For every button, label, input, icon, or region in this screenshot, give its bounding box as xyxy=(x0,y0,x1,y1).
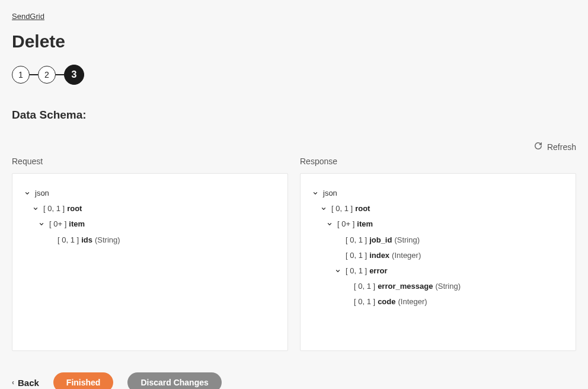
cardinality: [ 0, 1 ] xyxy=(57,235,79,245)
field-type: (String) xyxy=(394,235,420,245)
response-tree-node[interactable]: [ 0, 1 ] root xyxy=(311,201,565,216)
refresh-button[interactable]: Refresh xyxy=(534,142,576,152)
cardinality: [ 0+ ] xyxy=(337,219,354,229)
request-label: Request xyxy=(12,157,288,166)
chevron-left-icon: ‹ xyxy=(12,378,14,387)
chevron-down-icon[interactable] xyxy=(31,205,40,213)
refresh-icon xyxy=(534,142,542,152)
field-type: (Integer) xyxy=(398,296,427,307)
back-label: Back xyxy=(18,378,39,388)
response-tree-root[interactable]: json xyxy=(311,186,565,201)
field-name: ids xyxy=(81,235,92,245)
finished-button[interactable]: Finished xyxy=(53,372,114,389)
request-tree-root[interactable]: json xyxy=(23,186,277,201)
back-button[interactable]: ‹ Back xyxy=(12,378,39,388)
field-type: (String) xyxy=(435,281,461,292)
field-name: error xyxy=(369,266,387,276)
request-tree-node[interactable]: [ 0, 1 ] root xyxy=(23,201,277,216)
chevron-down-icon[interactable] xyxy=(37,220,46,228)
field-name: error_message xyxy=(378,281,433,292)
step-3[interactable]: 3 xyxy=(64,65,84,85)
field-name: job_id xyxy=(369,235,392,245)
field-type: (Integer) xyxy=(392,250,421,261)
step-connector xyxy=(56,74,64,75)
cardinality: [ 0, 1 ] xyxy=(346,235,367,245)
response-label: Response xyxy=(300,157,576,166)
chevron-down-icon[interactable] xyxy=(311,189,319,197)
field-type: (String) xyxy=(95,235,120,245)
cardinality: [ 0, 1 ] xyxy=(354,281,375,292)
cardinality: [ 0, 1 ] xyxy=(43,203,65,214)
tree-root-label: json xyxy=(323,188,337,199)
response-tree-node: [ 0, 1 ] job_id (String) xyxy=(311,232,565,248)
step-connector xyxy=(30,74,38,75)
breadcrumb-link[interactable]: SendGrid xyxy=(12,12,44,21)
response-panel: json[ 0, 1 ] root[ 0+ ] item[ 0, 1 ] job… xyxy=(300,173,576,351)
cardinality: [ 0+ ] xyxy=(49,219,66,229)
field-name: index xyxy=(369,250,389,261)
field-name: code xyxy=(378,296,395,307)
field-name: item xyxy=(69,219,85,229)
response-tree-node: [ 0, 1 ] code (Integer) xyxy=(311,294,565,310)
chevron-down-icon[interactable] xyxy=(319,205,328,213)
chevron-down-icon[interactable] xyxy=(325,220,334,228)
chevron-down-icon[interactable] xyxy=(23,189,31,197)
tree-root-label: json xyxy=(35,188,49,199)
breadcrumb: SendGrid xyxy=(12,12,576,21)
request-panel: json[ 0, 1 ] root[ 0+ ] item[ 0, 1 ] ids… xyxy=(12,173,288,351)
step-1[interactable]: 1 xyxy=(12,66,30,84)
cardinality: [ 0, 1 ] xyxy=(346,250,367,261)
cardinality: [ 0, 1 ] xyxy=(346,266,367,276)
page-title: Delete xyxy=(12,31,576,52)
request-tree-node[interactable]: [ 0+ ] item xyxy=(23,216,277,232)
field-name: root xyxy=(67,203,82,214)
discard-button[interactable]: Discard Changes xyxy=(127,372,221,389)
chevron-down-icon[interactable] xyxy=(334,267,342,275)
request-tree-node: [ 0, 1 ] ids (String) xyxy=(23,232,277,248)
field-name: root xyxy=(355,203,370,214)
response-tree-node: [ 0, 1 ] index (Integer) xyxy=(311,248,565,263)
response-tree-node[interactable]: [ 0+ ] item xyxy=(311,216,565,232)
refresh-label: Refresh xyxy=(547,142,576,152)
field-name: item xyxy=(357,219,373,229)
response-tree-node[interactable]: [ 0, 1 ] error xyxy=(311,263,565,279)
stepper: 1 2 3 xyxy=(12,65,576,85)
cardinality: [ 0, 1 ] xyxy=(331,203,353,214)
section-title: Data Schema: xyxy=(12,109,576,122)
cardinality: [ 0, 1 ] xyxy=(354,296,375,307)
response-tree-node: [ 0, 1 ] error_message (String) xyxy=(311,279,565,294)
step-2[interactable]: 2 xyxy=(38,66,56,84)
